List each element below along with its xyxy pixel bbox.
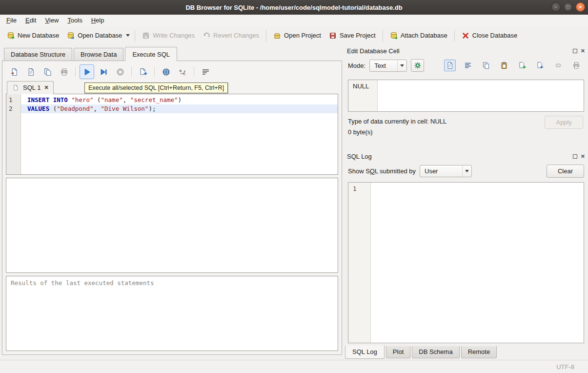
- menu-file[interactable]: File: [2, 15, 21, 26]
- print-sql-button[interactable]: [57, 64, 71, 79]
- sql-code-line[interactable]: INSERT INTO "hero" ("name", "secret_name…: [21, 96, 338, 104]
- cell-info: Type of data currently in cell: NULL 0 b…: [344, 112, 588, 145]
- toolbar-separator: [383, 30, 383, 41]
- clear-wrap: Clear: [547, 165, 584, 178]
- export-cell-button[interactable]: [534, 60, 546, 71]
- apply-button[interactable]: Apply: [545, 116, 583, 129]
- close-database-label: Close Database: [472, 32, 518, 39]
- sql-toolbar: ab: [6, 63, 338, 80]
- word-wrap-button[interactable]: [198, 64, 213, 79]
- set-null-button[interactable]: [552, 60, 564, 71]
- maximize-button[interactable]: □: [564, 2, 573, 12]
- print-cell-button[interactable]: [570, 60, 582, 71]
- open-database-button[interactable]: Open Database: [63, 29, 126, 42]
- close-database-icon: [462, 32, 469, 40]
- menu-edit[interactable]: Edit: [21, 15, 41, 26]
- minimize-button[interactable]: −: [551, 2, 561, 12]
- attach-database-label: Attach Database: [401, 32, 447, 39]
- close-button[interactable]: ✕: [576, 2, 585, 12]
- sql-doc-tab-label: SQL 1: [23, 84, 41, 91]
- log-filter-select[interactable]: User: [420, 165, 472, 177]
- save-sql-file-button[interactable]: [23, 64, 38, 79]
- open-project-button[interactable]: Open Project: [269, 29, 325, 42]
- cell-editor[interactable]: NULL: [348, 80, 584, 112]
- tab-database-structure[interactable]: Database Structure: [4, 48, 72, 61]
- tab-plot[interactable]: Plot: [386, 346, 410, 358]
- sql-editor-lines[interactable]: INSERT INTO "hero" ("name", "secret_name…: [21, 94, 338, 174]
- encoding-indicator[interactable]: UTF-8: [556, 363, 574, 371]
- tab-remote[interactable]: Remote: [461, 346, 497, 358]
- close-dock-icon[interactable]: ✕: [581, 48, 585, 54]
- open-project-label: Open Project: [284, 32, 321, 39]
- sql-log-dock-titlebar: SQL Log ✕: [344, 151, 588, 162]
- open-database-label: Open Database: [78, 32, 122, 39]
- copy-cell-button[interactable]: [480, 60, 492, 71]
- sql-editor-gutter: 12: [6, 94, 21, 174]
- results-grid[interactable]: [6, 178, 338, 273]
- save-project-label: Save Project: [340, 32, 376, 39]
- paste-cell-button[interactable]: [498, 60, 510, 71]
- find-replace-button[interactable]: ab: [175, 64, 190, 79]
- find-button[interactable]: [159, 64, 173, 79]
- save-sql-file-as-button[interactable]: [40, 64, 55, 79]
- close-database-button[interactable]: Close Database: [458, 29, 522, 42]
- gear-icon: [414, 62, 422, 69]
- mode-select[interactable]: Text: [369, 60, 407, 72]
- close-dock-icon[interactable]: ✕: [581, 154, 585, 159]
- text-mode-button[interactable]: [444, 60, 456, 71]
- float-dock-icon[interactable]: [573, 154, 577, 159]
- dock-controls: ✕: [573, 154, 585, 159]
- paste-icon: [500, 62, 508, 69]
- stop-execution-button[interactable]: [113, 64, 127, 79]
- globe-icon: [162, 68, 170, 76]
- word-wrap-cell-button[interactable]: [462, 60, 474, 71]
- write-changes-button[interactable]: Write Changes: [138, 29, 199, 42]
- sql-log-controls: Show SQL submitted by User Clear: [344, 162, 588, 180]
- float-dock-icon[interactable]: [573, 49, 577, 53]
- save-sql-file-icon: [27, 68, 35, 76]
- cell-editor-content[interactable]: [378, 80, 584, 111]
- cell-toolbar: [444, 60, 584, 71]
- window-controls: − □ ✕: [551, 2, 585, 12]
- main-area: Database Structure Browse Data Execute S…: [0, 44, 588, 360]
- sql-log-gutter: 1: [348, 183, 371, 343]
- open-sql-file-button[interactable]: [7, 64, 21, 79]
- import-icon: [518, 62, 526, 69]
- open-database-dropdown[interactable]: [124, 29, 132, 42]
- sql-editor[interactable]: 12 INSERT INTO "hero" ("name", "secret_n…: [6, 94, 338, 175]
- tab-execute-sql[interactable]: Execute SQL: [125, 47, 177, 61]
- log-line-number: 1: [353, 185, 357, 192]
- menu-tools[interactable]: Tools: [63, 15, 86, 26]
- execute-current-line-icon: [100, 68, 108, 76]
- dock-controls: ✕: [573, 48, 585, 54]
- execute-current-line-button[interactable]: [96, 64, 111, 79]
- tab-db-schema[interactable]: DB Schema: [412, 346, 459, 358]
- sql-code-line[interactable]: VALUES ("Deadpond", "Dive Wilson");: [21, 104, 338, 113]
- sql-log-view[interactable]: 1: [348, 182, 584, 343]
- menu-view[interactable]: View: [41, 15, 63, 26]
- menu-help[interactable]: Help: [87, 15, 109, 26]
- right-pane: Edit Database Cell ✕ Mode: Text: [344, 44, 588, 360]
- cell-editor-gutter: NULL: [348, 80, 378, 111]
- new-database-button[interactable]: New Database: [3, 29, 63, 42]
- revert-changes-button[interactable]: Revert Changes: [199, 29, 263, 42]
- clear-log-button[interactable]: Clear: [547, 165, 584, 178]
- save-project-button[interactable]: Save Project: [325, 29, 380, 42]
- sql-toolbar-separator: [75, 67, 76, 77]
- sql-log-content[interactable]: [371, 183, 584, 343]
- import-cell-button[interactable]: [516, 60, 528, 71]
- tab-sql-log[interactable]: SQL Log: [345, 346, 385, 359]
- execute-tooltip: Execute all/selected SQL [Ctrl+Return, F…: [84, 83, 228, 93]
- find-replace-icon: ab: [179, 68, 187, 76]
- open-sql-file-icon: [10, 68, 19, 76]
- sql-doc-tab[interactable]: SQL 1 ✕: [7, 81, 54, 94]
- execute-all-button[interactable]: [80, 64, 94, 79]
- word-wrap-icon: [202, 68, 210, 76]
- attach-database-button[interactable]: Attach Database: [386, 29, 451, 42]
- cell-mode-row: Mode: Text: [344, 57, 588, 74]
- tab-browse-data[interactable]: Browse Data: [74, 48, 123, 61]
- show-sql-label-mnemonic: Q: [370, 167, 375, 175]
- save-results-button[interactable]: [136, 64, 150, 79]
- close-tab-icon[interactable]: ✕: [44, 84, 48, 91]
- auto-apply-button[interactable]: [411, 59, 424, 72]
